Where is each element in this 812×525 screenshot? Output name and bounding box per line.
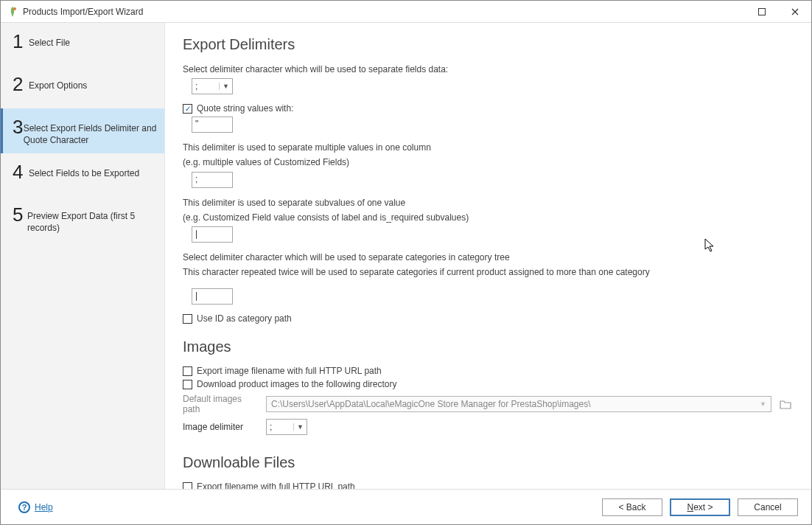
- path-value: C:\Users\User\AppData\Local\eMagicOne St…: [271, 399, 591, 409]
- step-number: 5: [13, 205, 27, 224]
- multival-desc1: This delimiter is used to separate multi…: [183, 142, 794, 153]
- wizard-steps-sidebar: 1 Select File 2 Export Options 3 Select …: [1, 23, 165, 489]
- image-delimiter-label: Image delimiter: [183, 422, 260, 432]
- multival-desc2: (e.g. multiple values of Customized Fiel…: [183, 156, 794, 168]
- subval-desc2: (e.g. Customized Field value consists of…: [183, 212, 794, 223]
- help-label: Help: [35, 502, 53, 512]
- maximize-button[interactable]: [745, 1, 778, 23]
- export-image-url-label: Export image filename with full HTTP URL…: [197, 366, 382, 376]
- section-heading-images: Images: [183, 338, 794, 355]
- field-delimiter-desc: Select delimiter character which will be…: [183, 63, 794, 75]
- close-button[interactable]: [778, 1, 811, 23]
- download-images-checkbox[interactable]: [183, 380, 192, 389]
- subval-desc1: This delimiter is used to separate subva…: [183, 197, 794, 209]
- section-heading-downloadable: Downloable Files: [183, 454, 794, 471]
- use-id-category-label: Use ID as category path: [197, 313, 292, 324]
- step-number: 2: [13, 74, 29, 94]
- combo-value: ;: [270, 422, 272, 432]
- step-preview-data[interactable]: 5 Preview Export Data (first 5 records): [1, 196, 164, 241]
- download-images-label: Download product images to the following…: [197, 379, 396, 389]
- subval-delimiter-input[interactable]: |: [192, 226, 233, 243]
- help-link[interactable]: ? Help: [18, 501, 53, 513]
- step-label: Export Options: [29, 73, 87, 92]
- image-delimiter-combo[interactable]: ; ▼: [266, 419, 307, 435]
- quote-values-checkbox[interactable]: [183, 104, 192, 114]
- cat-desc2: This character repeated twice will be us…: [183, 266, 794, 278]
- chevron-down-icon: ▼: [293, 423, 304, 431]
- export-file-url-label: Export filename with full HTTP URL path: [197, 481, 355, 489]
- wizard-page-content: Export Delimiters Select delimiter chara…: [165, 23, 811, 489]
- titlebar: Products Import/Export Wizard: [1, 1, 811, 23]
- next-button[interactable]: Next >: [670, 498, 730, 516]
- step-label: Select File: [29, 30, 70, 49]
- step-label: Select Export Fields Delimiter and Quote…: [24, 116, 157, 146]
- category-delimiter-input[interactable]: |: [192, 288, 233, 305]
- back-button[interactable]: < Back: [602, 498, 662, 516]
- chevron-down-icon: ▼: [219, 83, 229, 90]
- wizard-footer: ? Help < Back Next > Cancel: [1, 489, 811, 524]
- window-controls: [745, 1, 811, 23]
- step-number: 3: [13, 117, 24, 136]
- step-number: 1: [13, 32, 29, 51]
- cancel-button[interactable]: Cancel: [738, 498, 798, 516]
- help-icon: ?: [18, 501, 30, 513]
- browse-folder-button[interactable]: [777, 396, 794, 412]
- step-label: Select Fields to be Exported: [29, 161, 139, 180]
- svg-point-0: [13, 7, 16, 10]
- svg-rect-1: [758, 8, 765, 15]
- use-id-category-checkbox[interactable]: [183, 314, 192, 324]
- chevron-down-icon: ▼: [760, 400, 766, 408]
- step-number: 4: [13, 162, 29, 181]
- section-heading-delimiters: Export Delimiters: [183, 36, 794, 53]
- quote-char-input[interactable]: ": [192, 117, 233, 133]
- window-title: Products Import/Export Wizard: [23, 7, 745, 17]
- app-icon: [7, 6, 18, 18]
- step-select-fields[interactable]: 4 Select Fields to be Exported: [1, 153, 164, 196]
- export-file-url-checkbox[interactable]: [183, 482, 192, 489]
- default-images-path-input[interactable]: C:\Users\User\AppData\Local\eMagicOne St…: [266, 396, 771, 412]
- cat-desc1: Select delimiter character which will be…: [183, 251, 794, 263]
- export-image-url-checkbox[interactable]: [183, 366, 192, 376]
- step-label: Preview Export Data (first 5 records): [27, 204, 157, 234]
- default-images-path-label: Default images path: [183, 394, 260, 414]
- step-export-options[interactable]: 2 Export Options: [1, 66, 164, 108]
- combo-value: ;: [195, 81, 197, 91]
- field-delimiter-combo[interactable]: ; ▼: [192, 78, 233, 94]
- step-select-file[interactable]: 1 Select File: [1, 23, 164, 66]
- quote-values-label: Quote string values with:: [197, 103, 293, 114]
- multival-delimiter-input[interactable]: ;: [192, 172, 233, 188]
- step-delimiter-quote[interactable]: 3 Select Export Fields Delimiter and Quo…: [1, 108, 164, 153]
